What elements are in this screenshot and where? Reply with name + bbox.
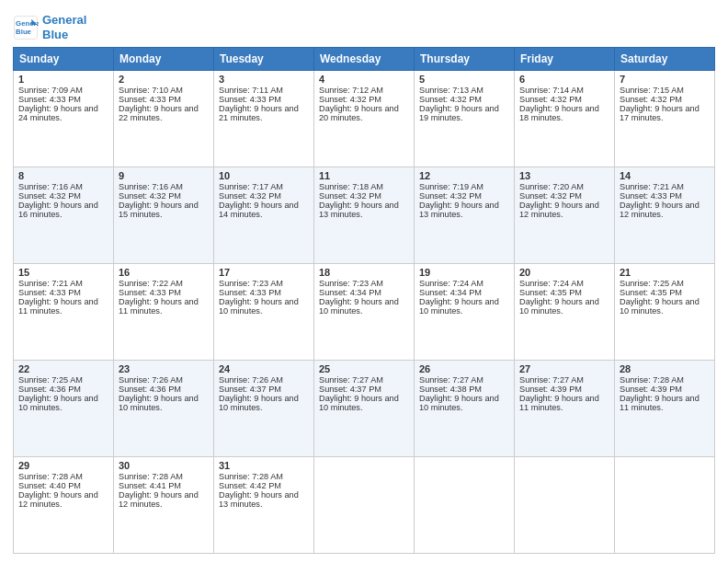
calendar-table: SundayMondayTuesdayWednesdayThursdayFrid… bbox=[13, 47, 715, 554]
day-number: 30 bbox=[119, 460, 209, 471]
sunrise-label: Sunrise: 7:28 AM bbox=[119, 472, 183, 481]
week-row-3: 15Sunrise: 7:21 AMSunset: 4:33 PMDayligh… bbox=[14, 264, 715, 361]
calendar-cell: 21Sunrise: 7:25 AMSunset: 4:35 PMDayligh… bbox=[615, 264, 715, 361]
calendar-cell: 5Sunrise: 7:13 AMSunset: 4:32 PMDaylight… bbox=[415, 71, 515, 167]
sunrise-label: Sunrise: 7:16 AM bbox=[119, 182, 183, 191]
sunrise-label: Sunrise: 7:23 AM bbox=[319, 279, 383, 288]
col-header-monday: Monday bbox=[114, 48, 214, 71]
sunrise-label: Sunrise: 7:27 AM bbox=[319, 375, 383, 385]
daylight-label: Daylight: 9 hours and 14 minutes. bbox=[219, 201, 299, 219]
sunset-label: Sunset: 4:41 PM bbox=[119, 481, 181, 490]
calendar-cell: 4Sunrise: 7:12 AMSunset: 4:32 PMDaylight… bbox=[314, 71, 415, 167]
day-number: 29 bbox=[18, 460, 108, 471]
sunset-label: Sunset: 4:39 PM bbox=[620, 385, 682, 394]
day-number: 22 bbox=[18, 363, 108, 374]
sunrise-label: Sunrise: 7:26 AM bbox=[219, 375, 283, 385]
day-number: 17 bbox=[219, 267, 309, 278]
daylight-label: Daylight: 9 hours and 10 minutes. bbox=[620, 297, 700, 316]
calendar-cell: 19Sunrise: 7:24 AMSunset: 4:34 PMDayligh… bbox=[415, 264, 515, 361]
daylight-label: Daylight: 9 hours and 10 minutes. bbox=[419, 297, 499, 316]
day-number: 26 bbox=[419, 363, 509, 374]
daylight-label: Daylight: 9 hours and 13 minutes. bbox=[219, 490, 299, 509]
calendar-cell: 11Sunrise: 7:18 AMSunset: 4:32 PMDayligh… bbox=[314, 167, 415, 264]
daylight-label: Daylight: 9 hours and 20 minutes. bbox=[319, 104, 399, 122]
day-number: 14 bbox=[620, 170, 710, 181]
daylight-label: Daylight: 9 hours and 12 minutes. bbox=[620, 201, 700, 219]
day-number: 11 bbox=[319, 170, 409, 181]
calendar-cell: 28Sunrise: 7:28 AMSunset: 4:39 PMDayligh… bbox=[615, 361, 715, 457]
daylight-label: Daylight: 9 hours and 12 minutes. bbox=[18, 490, 98, 509]
day-number: 28 bbox=[620, 363, 710, 374]
sunset-label: Sunset: 4:36 PM bbox=[18, 385, 81, 394]
daylight-label: Daylight: 9 hours and 10 minutes. bbox=[419, 394, 499, 412]
day-number: 6 bbox=[519, 74, 609, 85]
svg-text:Blue: Blue bbox=[16, 28, 32, 36]
sunrise-label: Sunrise: 7:22 AM bbox=[119, 279, 183, 288]
sunrise-label: Sunrise: 7:17 AM bbox=[219, 182, 283, 191]
col-header-friday: Friday bbox=[515, 48, 615, 71]
sunrise-label: Sunrise: 7:14 AM bbox=[519, 86, 584, 95]
day-number: 16 bbox=[119, 267, 209, 278]
sunrise-label: Sunrise: 7:18 AM bbox=[319, 182, 383, 191]
logo-text: General Blue bbox=[42, 13, 86, 41]
sunrise-label: Sunrise: 7:25 AM bbox=[620, 279, 684, 288]
calendar-cell: 18Sunrise: 7:23 AMSunset: 4:34 PMDayligh… bbox=[314, 264, 415, 361]
sunset-label: Sunset: 4:32 PM bbox=[319, 95, 381, 104]
calendar-cell bbox=[314, 457, 415, 554]
daylight-label: Daylight: 9 hours and 10 minutes. bbox=[319, 297, 399, 316]
sunset-label: Sunset: 4:35 PM bbox=[519, 288, 582, 297]
sunrise-label: Sunrise: 7:25 AM bbox=[18, 375, 83, 385]
day-number: 20 bbox=[519, 267, 609, 278]
day-number: 7 bbox=[620, 74, 710, 85]
sunset-label: Sunset: 4:33 PM bbox=[620, 191, 682, 201]
daylight-label: Daylight: 9 hours and 11 minutes. bbox=[620, 394, 700, 412]
day-number: 19 bbox=[419, 267, 509, 278]
daylight-label: Daylight: 9 hours and 12 minutes. bbox=[119, 490, 199, 509]
sunrise-label: Sunrise: 7:24 AM bbox=[419, 279, 483, 288]
daylight-label: Daylight: 9 hours and 13 minutes. bbox=[419, 201, 499, 219]
sunset-label: Sunset: 4:32 PM bbox=[620, 95, 682, 104]
col-header-tuesday: Tuesday bbox=[214, 48, 314, 71]
daylight-label: Daylight: 9 hours and 18 minutes. bbox=[519, 104, 599, 122]
day-number: 2 bbox=[119, 74, 209, 85]
week-row-4: 22Sunrise: 7:25 AMSunset: 4:36 PMDayligh… bbox=[14, 361, 715, 457]
day-number: 15 bbox=[18, 267, 108, 278]
day-number: 23 bbox=[119, 363, 209, 374]
calendar-cell: 30Sunrise: 7:28 AMSunset: 4:41 PMDayligh… bbox=[114, 457, 214, 554]
sunset-label: Sunset: 4:32 PM bbox=[419, 95, 482, 104]
calendar-cell: 24Sunrise: 7:26 AMSunset: 4:37 PMDayligh… bbox=[214, 361, 314, 457]
sunrise-label: Sunrise: 7:28 AM bbox=[18, 472, 83, 481]
calendar-cell: 14Sunrise: 7:21 AMSunset: 4:33 PMDayligh… bbox=[615, 167, 715, 264]
day-number: 31 bbox=[219, 460, 309, 471]
day-number: 9 bbox=[119, 170, 209, 181]
page: General Blue General Blue SundayMondayTu… bbox=[0, 0, 728, 563]
daylight-label: Daylight: 9 hours and 16 minutes. bbox=[18, 201, 98, 219]
daylight-label: Daylight: 9 hours and 12 minutes. bbox=[519, 201, 599, 219]
calendar-cell: 26Sunrise: 7:27 AMSunset: 4:38 PMDayligh… bbox=[415, 361, 515, 457]
sunset-label: Sunset: 4:33 PM bbox=[18, 95, 81, 104]
sunrise-label: Sunrise: 7:19 AM bbox=[419, 182, 483, 191]
daylight-label: Daylight: 9 hours and 21 minutes. bbox=[219, 104, 299, 122]
sunset-label: Sunset: 4:37 PM bbox=[219, 385, 281, 394]
sunrise-label: Sunrise: 7:13 AM bbox=[419, 86, 483, 95]
sunset-label: Sunset: 4:33 PM bbox=[219, 288, 281, 297]
daylight-label: Daylight: 9 hours and 11 minutes. bbox=[18, 297, 98, 316]
daylight-label: Daylight: 9 hours and 17 minutes. bbox=[620, 104, 700, 122]
calendar-cell: 31Sunrise: 7:28 AMSunset: 4:42 PMDayligh… bbox=[214, 457, 314, 554]
day-number: 8 bbox=[18, 170, 108, 181]
sunset-label: Sunset: 4:32 PM bbox=[18, 191, 81, 201]
day-number: 10 bbox=[219, 170, 309, 181]
sunrise-label: Sunrise: 7:12 AM bbox=[319, 86, 383, 95]
daylight-label: Daylight: 9 hours and 10 minutes. bbox=[219, 297, 299, 316]
calendar-cell: 2Sunrise: 7:10 AMSunset: 4:33 PMDaylight… bbox=[114, 71, 214, 167]
calendar-cell bbox=[515, 457, 615, 554]
calendar-cell: 27Sunrise: 7:27 AMSunset: 4:39 PMDayligh… bbox=[515, 361, 615, 457]
week-row-5: 29Sunrise: 7:28 AMSunset: 4:40 PMDayligh… bbox=[14, 457, 715, 554]
sunrise-label: Sunrise: 7:28 AM bbox=[620, 375, 684, 385]
sunrise-label: Sunrise: 7:10 AM bbox=[119, 86, 183, 95]
calendar-cell: 8Sunrise: 7:16 AMSunset: 4:32 PMDaylight… bbox=[14, 167, 114, 264]
calendar-cell: 1Sunrise: 7:09 AMSunset: 4:33 PMDaylight… bbox=[14, 71, 114, 167]
sunrise-label: Sunrise: 7:21 AM bbox=[18, 279, 83, 288]
col-header-sunday: Sunday bbox=[14, 48, 114, 71]
day-number: 25 bbox=[319, 363, 409, 374]
